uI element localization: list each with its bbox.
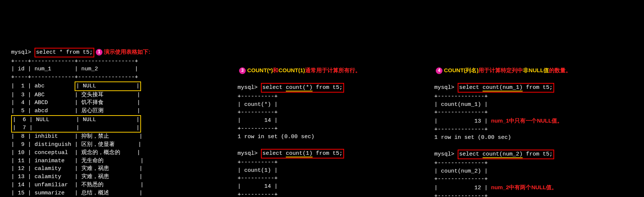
- query-count-num2: select count(num_2) from t5;: [458, 150, 554, 159]
- sep: +--------------+: [434, 160, 488, 166]
- prompt: mysql>: [434, 151, 454, 157]
- table-border: +----+-------------+-----------------+: [11, 58, 138, 64]
- query-select-all: select * from t5;: [35, 48, 94, 57]
- table-row: | 3 | ABC | 交头接耳 |: [11, 92, 140, 98]
- sep: +----------+: [238, 191, 278, 197]
- right-panel: 4COUNT(列名)用于计算特定列中非NULL值的数量。 mysql> sele…: [434, 40, 590, 197]
- prompt: mysql>: [238, 150, 258, 157]
- result-value: | 14 |: [238, 183, 278, 190]
- result-value: | 13 |: [434, 118, 488, 124]
- table-row: | 14 | unfamiliar | 不熟悉的 |: [11, 182, 144, 188]
- middle-panel: 3COUNT(*)和COUNT(1)通常用于计算所有行。 mysql> sele…: [238, 40, 386, 197]
- table-row: | 11 | inanimate | 无生命的 |: [11, 158, 144, 164]
- sep: +--------------+: [434, 126, 488, 133]
- query-count-star: select count(*) from t5;: [261, 83, 344, 93]
- callout-4-text: COUNT(列名)用于计算特定列中非NULL值的数量。: [444, 67, 571, 73]
- table-row: | 9 | distinguish | 区别，使显著 |: [11, 141, 141, 148]
- note-num2: num_2中有两个NULL值。: [491, 184, 557, 190]
- highlight-rows-6-7: | 6 | NULL | NULL | | 7 | | |: [11, 115, 141, 133]
- table-header: | id | num_1 | num_2 |: [11, 66, 138, 72]
- table-row: | 8 | inhibit | 抑制，禁止 |: [11, 133, 143, 140]
- row-1: | 1 | abc: [11, 83, 75, 89]
- callout-3-badge: 3: [239, 67, 246, 74]
- result-header: | count(num_1) |: [434, 101, 488, 108]
- sep: +--------------+: [434, 193, 488, 197]
- sep: +----------+: [238, 126, 278, 132]
- layout-columns: mysql> select * from t5;1演示使用表格如下: +----…: [11, 40, 633, 197]
- left-panel: mysql> select * from t5;1演示使用表格如下: +----…: [11, 40, 189, 197]
- result-header: | count(1) |: [238, 167, 278, 174]
- sep: +----------+: [238, 175, 278, 181]
- sep: +----------+: [238, 159, 278, 166]
- table-row: | 12 | calamity | 灾难，祸患 |: [11, 166, 143, 172]
- table-row: | 5 | abcd | 居心叵测 |: [11, 108, 140, 114]
- table-row: | 4 | ABCD | 饥不择食 |: [11, 100, 140, 106]
- callout-3-text: COUNT(*)和COUNT(1)通常用于计算所有行。: [247, 67, 361, 73]
- sep: +----------+: [238, 109, 278, 116]
- sep: +----------+: [238, 93, 278, 100]
- table-border: +----+-------------+-----------------+: [11, 74, 138, 80]
- note-num1: num_1中只有一个NULL值。: [491, 117, 563, 124]
- query-count-num1: select count(num_1) from t5;: [458, 83, 554, 93]
- sep: +--------------+: [434, 109, 488, 116]
- sep: +--------------+: [434, 93, 488, 100]
- result-value: | 12 |: [434, 185, 488, 191]
- query-count-1: select count(1) from t5;: [261, 149, 344, 158]
- table-row: | 10 | conceptual | 观念的，概念的 |: [11, 150, 140, 156]
- callout-4-badge: 4: [436, 67, 442, 74]
- prompt: mysql>: [238, 84, 258, 91]
- table-row: | 15 | summarize | 总结，概述 |: [11, 190, 143, 196]
- table-row: | 13 | calamity | 灾难，祸患 |: [11, 174, 143, 180]
- result-header: | count(num_2) |: [434, 168, 488, 174]
- result-value: | 14 |: [238, 117, 278, 124]
- prompt: mysql>: [434, 84, 454, 91]
- result-summary: 1 row in set (0.00 sec): [434, 134, 511, 141]
- prompt: mysql>: [11, 49, 31, 56]
- result-summary: 1 row in set (0.00 sec): [238, 134, 314, 140]
- highlight-null-1: | NULL |: [75, 81, 141, 91]
- sep: +--------------+: [434, 176, 488, 182]
- result-header: | count(*) |: [238, 101, 278, 108]
- callout-1-badge: 1: [96, 49, 102, 56]
- callout-1-text: 演示使用表格如下:: [104, 49, 150, 55]
